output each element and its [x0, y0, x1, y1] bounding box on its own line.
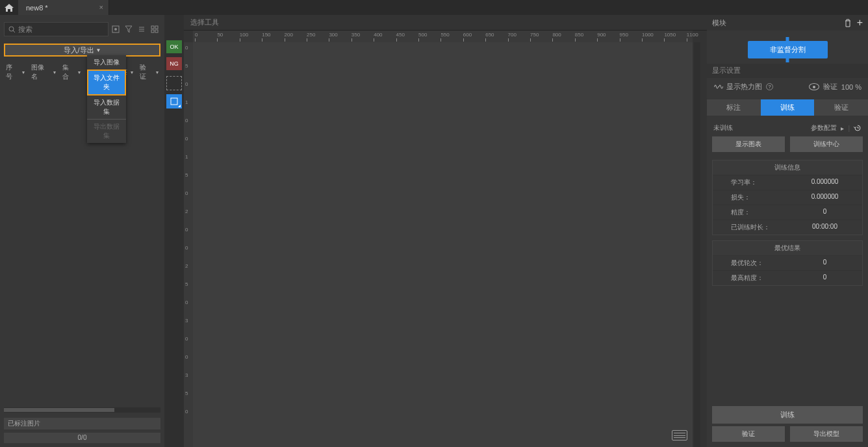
ok-badge[interactable]: OK [166, 40, 182, 53]
plus-icon[interactable]: + [857, 19, 863, 27]
col-set[interactable]: 集合▾ [59, 61, 84, 83]
col-seq[interactable]: 序号▾ [3, 61, 28, 83]
right-panel: 模块 + 非监督分割 显示设置 ∿∿ 显示热力图 ? 验证 100 % 标注 训… [707, 15, 868, 447]
import-export-button[interactable]: 导入/导出▼ [4, 44, 160, 57]
svg-rect-10 [155, 30, 158, 32]
train-center-button[interactable]: 训练中心 [790, 136, 863, 152]
tab-title: new8 * [26, 4, 48, 12]
search-input[interactable]: 搜索 [4, 22, 108, 36]
grid-icon[interactable] [149, 23, 160, 36]
region-tool-icon[interactable] [166, 94, 182, 109]
train-button[interactable]: 训练 [712, 406, 863, 424]
close-tab-icon[interactable]: × [99, 3, 103, 11]
history-icon[interactable] [854, 124, 862, 132]
count-bar: 0/0 [4, 433, 160, 443]
svg-line-1 [13, 31, 15, 32]
heatmap-label: 显示热力图 [726, 82, 762, 92]
menu-import-image[interactable]: 导入图像 [87, 55, 126, 70]
trash-icon[interactable] [844, 19, 852, 27]
info-icon[interactable]: ? [766, 83, 773, 90]
show-chart-button[interactable]: 显示图表 [712, 136, 785, 152]
tool-strip: OK NG [164, 15, 184, 447]
svg-point-0 [9, 27, 14, 31]
svg-rect-7 [151, 26, 154, 29]
v-scrollbar[interactable] [694, 42, 700, 447]
import-export-menu: 导入图像 导入文件夹 导入数据集 导出数据集 [87, 55, 126, 143]
svg-rect-11 [171, 98, 177, 105]
search-placeholder: 搜索 [18, 25, 32, 34]
param-config[interactable]: 参数配置 [811, 123, 837, 133]
heatmap-wave-icon: ∿∿ [713, 83, 722, 91]
list-icon[interactable] [136, 23, 147, 36]
svg-rect-8 [155, 26, 158, 29]
menu-import-folder[interactable]: 导入文件夹 [87, 70, 126, 96]
ruler-vertical: 050100150200250300350 [184, 42, 193, 447]
funnel-icon[interactable] [123, 23, 134, 36]
train-info-header: 训练信息 [713, 160, 862, 175]
home-button[interactable] [0, 0, 18, 15]
chevron-down-icon: ▼ [96, 47, 101, 53]
annotated-label: 已标注图片 [4, 418, 160, 429]
verify-button[interactable]: 验证 [712, 426, 785, 442]
canvas-toolbar: 选择工具 [184, 15, 707, 31]
h-scrollbar[interactable] [4, 407, 160, 413]
train-status: 未训练 [713, 123, 733, 133]
file-tab[interactable]: new8 * × [18, 0, 109, 15]
ruler-horizontal: 0501001502002503003504004505005506006507… [193, 31, 693, 42]
tab-annotate[interactable]: 标注 [707, 99, 761, 116]
best-result-header: 最优结果 [713, 241, 862, 255]
module-header: 模块 [712, 18, 726, 28]
tab-verify[interactable]: 验证 [814, 99, 868, 116]
menu-export-dataset: 导出数据集 [87, 119, 126, 143]
export-model-button[interactable]: 导出模型 [790, 426, 863, 442]
ng-badge[interactable]: NG [166, 57, 182, 70]
col-verify[interactable]: 验证▾ [136, 61, 162, 83]
module-button[interactable]: 非监督分割 [748, 41, 828, 58]
canvas[interactable] [193, 42, 693, 447]
keyboard-icon[interactable] [672, 430, 687, 441]
eye-icon[interactable] [809, 83, 819, 90]
left-panel: 搜索 导入/导出▼ 序号▾ 图像名▾ 集合▾ 签▾ 验证▾ 已标注图片 0/0 [0, 15, 164, 447]
display-settings-header: 显示设置 [707, 64, 868, 78]
filter-a-icon[interactable] [110, 23, 121, 36]
svg-rect-9 [151, 30, 154, 32]
chevron-right-icon[interactable]: ▸ [841, 125, 844, 132]
tab-train[interactable]: 训练 [761, 99, 815, 116]
menu-import-dataset[interactable]: 导入数据集 [87, 96, 126, 119]
select-tool-icon[interactable] [166, 76, 182, 90]
col-image-name[interactable]: 图像名▾ [28, 61, 59, 83]
svg-point-3 [114, 28, 117, 31]
